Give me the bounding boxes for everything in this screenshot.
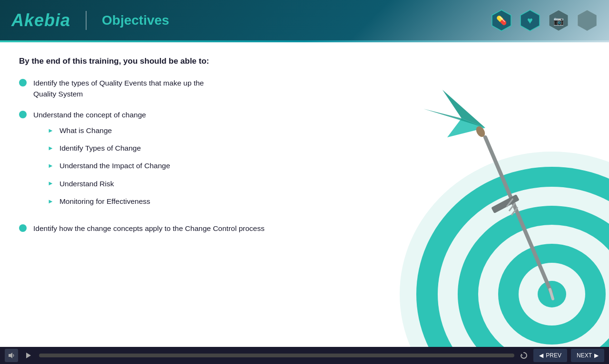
header-icons: 💊 ♥ 📷 — [489, 0, 599, 40]
arrow-icon: ► — [48, 179, 54, 188]
bullet-text: Identify the types of Quality Events tha… — [33, 77, 314, 100]
main-content: By the end of this training, you should … — [0, 42, 609, 347]
sub-item-text: Identify Types of Change — [59, 143, 141, 153]
sub-list-item: ► Understand Risk — [48, 178, 314, 189]
svg-marker-23 — [423, 109, 485, 128]
intro-text: By the end of this training, you should … — [19, 57, 314, 66]
bottom-bar: ◀ PREV NEXT ▶ — [0, 347, 609, 364]
content-area: By the end of this training, you should … — [0, 42, 333, 347]
svg-marker-25 — [9, 353, 12, 358]
volume-button[interactable] — [5, 349, 18, 362]
sub-list: ► What is Change ► Identify Types of Cha… — [33, 125, 314, 207]
prev-label: PREV — [546, 352, 561, 359]
bullet-dot — [19, 79, 27, 86]
arrow-icon: ► — [48, 144, 54, 153]
page-title: Objectives — [102, 13, 169, 28]
next-button[interactable]: NEXT ▶ — [571, 349, 604, 362]
bullet-dot — [19, 224, 27, 232]
logo-area: Akebia Objectives — [11, 10, 169, 30]
bullet-text-with-sub: Understand the concept of change ► What … — [33, 109, 314, 214]
sub-item-text: Understand the Impact of Change — [59, 160, 170, 171]
list-item: Identify how the change concepts apply t… — [19, 223, 314, 234]
next-arrow: ▶ — [594, 352, 599, 359]
header: Akebia Objectives 💊 ♥ 📷 — [0, 0, 609, 40]
heart-monitor-icon: ♥ — [518, 8, 542, 33]
list-item: Understand the concept of change ► What … — [19, 109, 314, 214]
bullet-text: Identify how the change concepts apply t… — [33, 223, 314, 234]
list-item: Identify the types of Quality Events tha… — [19, 77, 314, 100]
arrow-icon: ► — [48, 161, 54, 171]
svg-marker-26 — [26, 353, 31, 358]
sub-list-item: ► Monitoring for Effectiveness — [48, 196, 314, 207]
sub-list-item: ► Understand the Impact of Change — [48, 160, 314, 171]
camera-icon: 📷 — [546, 8, 571, 33]
next-label: NEXT — [577, 352, 592, 359]
hexagon-decorative-icon — [575, 8, 599, 33]
sub-list-item: ► Identify Types of Change — [48, 143, 314, 153]
svg-text:♥: ♥ — [527, 15, 533, 26]
sub-item-text: What is Change — [59, 125, 112, 136]
bullet-dot — [19, 111, 27, 118]
svg-marker-27 — [521, 354, 523, 355]
pill-icon: 💊 — [489, 8, 514, 33]
svg-text:💊: 💊 — [496, 15, 507, 26]
arrow-icon: ► — [48, 197, 54, 206]
svg-text:📷: 📷 — [553, 16, 564, 26]
prev-button[interactable]: ◀ PREV — [533, 349, 567, 362]
svg-marker-6 — [578, 10, 597, 31]
sub-item-text: Monitoring for Effectiveness — [59, 196, 150, 207]
progress-bar[interactable] — [39, 354, 514, 357]
refresh-button[interactable] — [518, 350, 530, 361]
bullet-label: Understand the concept of change — [33, 111, 146, 119]
arrow-icon: ► — [48, 126, 54, 135]
sub-item-text: Understand Risk — [59, 178, 114, 189]
sub-list-item: ► What is Change — [48, 125, 314, 136]
prev-arrow: ◀ — [539, 352, 543, 359]
logo-text: Akebia — [11, 10, 70, 30]
dart-target-illustration — [304, 42, 609, 347]
header-divider — [86, 11, 87, 30]
play-button[interactable] — [22, 349, 35, 362]
objectives-list: Identify the types of Quality Events tha… — [19, 77, 314, 234]
